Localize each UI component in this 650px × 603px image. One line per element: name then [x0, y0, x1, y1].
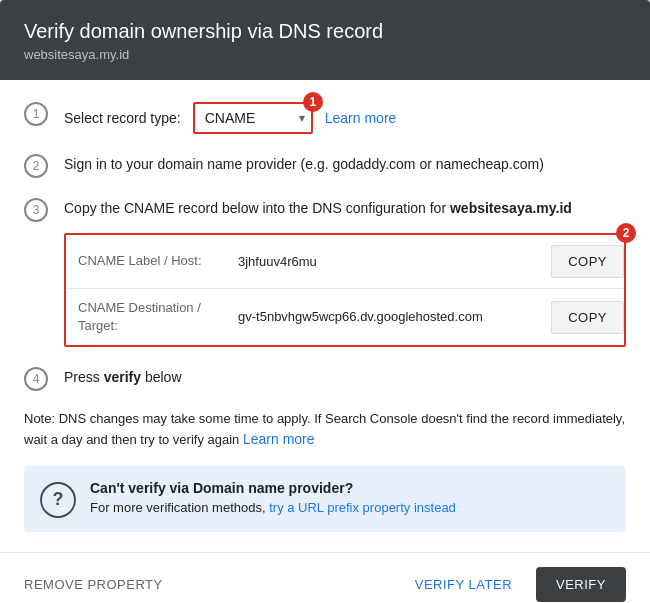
- dns-table: CNAME Label / Host: 3jhfuuv4r6mu COPY CN…: [64, 233, 626, 347]
- info-box-desc: For more verification methods, try a URL…: [90, 500, 610, 515]
- step-2: 2 Sign in to your domain name provider (…: [24, 152, 626, 178]
- step-4: 4 Press verify below: [24, 365, 626, 391]
- step-3-content: Copy the CNAME record below into the DNS…: [64, 196, 626, 347]
- info-box-title: Can't verify via Domain name provider?: [90, 480, 610, 496]
- note-text: Note: DNS changes may take some time to …: [24, 411, 625, 447]
- dialog-subtitle: websitesaya.my.id: [24, 47, 626, 62]
- dialog-title: Verify domain ownership via DNS record: [24, 20, 626, 43]
- step-4-number: 4: [24, 367, 48, 391]
- badge-2: 2: [616, 223, 636, 243]
- step-2-content: Sign in to your domain name provider (e.…: [64, 152, 626, 175]
- copy-host-button[interactable]: COPY: [551, 245, 624, 278]
- step-1-label: Select record type:: [64, 108, 181, 129]
- step-4-verify-word: verify: [104, 369, 141, 385]
- question-icon: ?: [40, 482, 76, 518]
- dns-row-destination: CNAME Destination / Target: gv-t5nbvhgw5…: [66, 289, 624, 345]
- footer: REMOVE PROPERTY VERIFY LATER VERIFY: [0, 552, 650, 603]
- record-type-select-wrapper: CNAME TXT ▾: [193, 102, 313, 134]
- step-1-learn-more[interactable]: Learn more: [325, 108, 397, 129]
- step-4-text: Press verify below: [64, 369, 182, 385]
- step-2-number: 2: [24, 154, 48, 178]
- verify-later-button[interactable]: VERIFY LATER: [399, 567, 528, 602]
- header: Verify domain ownership via DNS record w…: [0, 0, 650, 80]
- dns-table-wrapper: 2 CNAME Label / Host: 3jhfuuv4r6mu COPY …: [64, 233, 626, 347]
- dns-label-host: CNAME Label / Host:: [78, 252, 238, 270]
- dns-value-host: 3jhfuuv4r6mu: [238, 252, 543, 272]
- dns-row-label: CNAME Label / Host: 3jhfuuv4r6mu COPY: [66, 235, 624, 289]
- step-4-content: Press verify below: [64, 365, 626, 388]
- info-box-content: Can't verify via Domain name provider? F…: [90, 480, 610, 515]
- footer-right: VERIFY LATER VERIFY: [399, 567, 626, 602]
- step-3: 3 Copy the CNAME record below into the D…: [24, 196, 626, 347]
- step-1-number: 1: [24, 102, 48, 126]
- dns-label-destination: CNAME Destination / Target:: [78, 299, 238, 335]
- info-box-link[interactable]: try a URL prefix property instead: [269, 500, 456, 515]
- step-2-text: Sign in to your domain name provider (e.…: [64, 156, 544, 172]
- step-1-content: Select record type: CNAME TXT ▾ 1 Learn …: [64, 100, 626, 134]
- note-learn-more[interactable]: Learn more: [243, 431, 315, 447]
- step-4-suffix: below: [141, 369, 181, 385]
- copy-destination-button[interactable]: COPY: [551, 301, 624, 334]
- note: Note: DNS changes may take some time to …: [24, 409, 626, 450]
- step-3-domain: websitesaya.my.id: [450, 200, 572, 216]
- step-3-text: Copy the CNAME record below into the DNS…: [64, 198, 626, 219]
- record-type-wrapper: CNAME TXT ▾ 1: [193, 102, 313, 134]
- step-3-text-prefix: Copy the CNAME record below into the DNS…: [64, 200, 450, 216]
- info-box: ? Can't verify via Domain name provider?…: [24, 466, 626, 532]
- info-box-desc-prefix: For more verification methods,: [90, 500, 269, 515]
- step-4-prefix: Press: [64, 369, 104, 385]
- dns-value-destination: gv-t5nbvhgw5wcp66.dv.googlehosted.com: [238, 307, 543, 327]
- step-3-number: 3: [24, 198, 48, 222]
- remove-property-button[interactable]: REMOVE PROPERTY: [24, 569, 163, 600]
- record-type-select[interactable]: CNAME TXT: [193, 102, 313, 134]
- dialog: Verify domain ownership via DNS record w…: [0, 0, 650, 603]
- step-1: 1 Select record type: CNAME TXT ▾ 1: [24, 100, 626, 134]
- verify-button[interactable]: VERIFY: [536, 567, 626, 602]
- badge-1: 1: [303, 92, 323, 112]
- dialog-content: 1 Select record type: CNAME TXT ▾ 1: [0, 80, 650, 552]
